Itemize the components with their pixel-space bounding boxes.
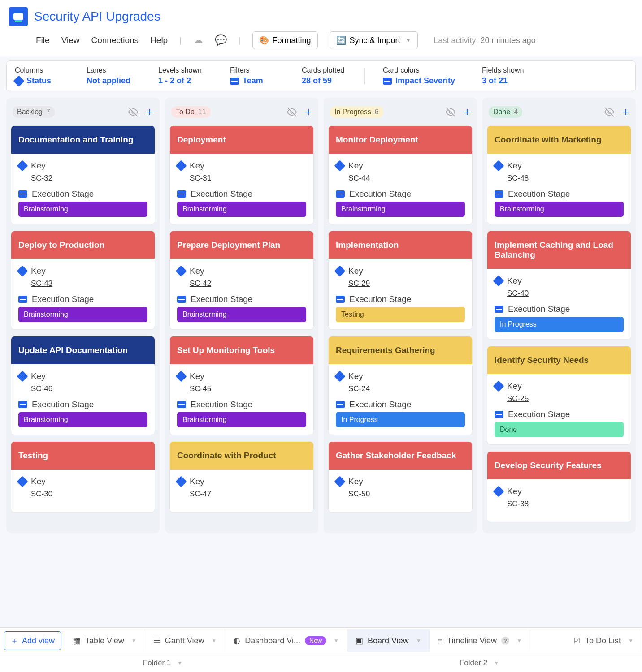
- stage-chip: In Progress: [495, 317, 624, 332]
- stage-chip: Brainstorming: [177, 202, 306, 217]
- add-card-button[interactable]: +: [622, 105, 629, 119]
- eye-off-icon[interactable]: [446, 107, 455, 117]
- card-key[interactable]: SC-40: [507, 289, 529, 298]
- card[interactable]: Monitor DeploymentKeySC-44Execution Stag…: [328, 125, 473, 224]
- card[interactable]: TestingKeySC-30: [11, 441, 155, 513]
- card-key[interactable]: SC-38: [507, 500, 529, 508]
- card-title: Testing: [11, 442, 155, 470]
- card[interactable]: DeploymentKeySC-31Execution StageBrainst…: [169, 125, 314, 224]
- diamond-icon: [17, 370, 28, 382]
- stage-label: Execution Stage: [191, 400, 252, 409]
- stage-chip: In Progress: [336, 412, 465, 427]
- chat-icon[interactable]: 💬: [215, 34, 227, 46]
- sync-icon: 🔄: [336, 35, 346, 45]
- card-title: Deployment: [170, 126, 313, 154]
- card[interactable]: ImplementationKeySC-29Execution StageTes…: [328, 231, 473, 330]
- column-pill[interactable]: Backlog7: [13, 106, 55, 118]
- menu-file[interactable]: File: [36, 35, 50, 45]
- color-icon: [383, 78, 392, 85]
- diamond-icon: [334, 370, 345, 382]
- key-label: Key: [31, 477, 46, 487]
- column-pill[interactable]: Done4: [489, 106, 522, 118]
- stage-icon: [336, 401, 345, 408]
- card[interactable]: Set Up Monitoring ToolsKeySC-45Execution…: [169, 336, 314, 435]
- card-key[interactable]: SC-30: [31, 490, 52, 499]
- column-pill[interactable]: In Progress6: [330, 106, 383, 118]
- add-card-button[interactable]: +: [305, 105, 312, 119]
- config-columns[interactable]: Columns Status: [15, 66, 60, 86]
- card-title: Requirements Gathering: [329, 336, 472, 364]
- sync-label: Sync & Import: [350, 36, 400, 45]
- config-label: Levels shown: [158, 66, 203, 74]
- config-value: 28 of 59: [302, 76, 347, 86]
- card[interactable]: Develop Security FeaturesKeySC-38: [487, 451, 631, 522]
- diamond-icon: [175, 160, 187, 171]
- card-key[interactable]: SC-46: [31, 384, 52, 393]
- card-key[interactable]: SC-44: [348, 174, 370, 183]
- menu-connections[interactable]: Connections: [91, 35, 139, 45]
- card-key[interactable]: SC-43: [31, 279, 52, 288]
- key-label: Key: [507, 276, 522, 286]
- stage-icon: [18, 401, 27, 408]
- column-pill[interactable]: To Do11: [171, 106, 211, 118]
- config-lanes[interactable]: Lanes Not applied: [87, 66, 131, 86]
- config-plotted[interactable]: Cards plotted 28 of 59: [302, 66, 347, 86]
- stage-label: Execution Stage: [32, 189, 94, 199]
- card-key[interactable]: SC-25: [507, 394, 529, 403]
- eye-off-icon[interactable]: [287, 107, 297, 117]
- stage-label: Execution Stage: [32, 294, 94, 304]
- key-label: Key: [31, 371, 46, 381]
- card[interactable]: Prepare Deployment PlanKeySC-42Execution…: [169, 231, 314, 330]
- card-key[interactable]: SC-31: [190, 174, 211, 183]
- cloud-icon[interactable]: ☁: [193, 34, 203, 46]
- card-key[interactable]: SC-32: [31, 174, 52, 183]
- card[interactable]: Coordinate with MarketingKeySC-48Executi…: [487, 125, 631, 224]
- card-title: Coordinate with Product: [170, 442, 313, 470]
- card-title: Implement Caching and Load Balancing: [487, 231, 631, 269]
- add-card-button[interactable]: +: [146, 105, 153, 119]
- card-key[interactable]: SC-42: [190, 279, 211, 288]
- card[interactable]: Documentation and TrainingKeySC-32Execut…: [11, 125, 155, 224]
- eye-off-icon[interactable]: [128, 107, 138, 117]
- eye-off-icon[interactable]: [604, 107, 614, 117]
- card[interactable]: Coordinate with ProductKeySC-47: [169, 441, 314, 513]
- config-levels[interactable]: Levels shown 1 - 2 of 2: [158, 66, 203, 86]
- stage-icon: [495, 306, 503, 313]
- card-key[interactable]: SC-29: [348, 279, 370, 288]
- config-fields[interactable]: Fields shown 3 of 21: [482, 66, 527, 86]
- card[interactable]: Identify Security NeedsKeySC-25Execution…: [487, 346, 631, 445]
- card-key[interactable]: SC-24: [348, 384, 370, 393]
- app-logo[interactable]: [9, 7, 28, 26]
- config-value: 3 of 21: [482, 76, 527, 86]
- menu-help[interactable]: Help: [150, 35, 168, 45]
- stage-label: Execution Stage: [349, 400, 411, 409]
- card[interactable]: Gather Stakeholder FeedbackKeySC-50: [328, 441, 473, 513]
- card-key[interactable]: SC-47: [190, 490, 211, 499]
- card[interactable]: Requirements GatheringKeySC-24Execution …: [328, 336, 473, 435]
- kanban-board: Backlog7+Documentation and TrainingKeySC…: [0, 91, 642, 539]
- config-bar: Columns Status Lanes Not applied Levels …: [6, 60, 636, 91]
- formatting-button[interactable]: 🎨 Formatting: [252, 31, 318, 49]
- card[interactable]: Update API DocumentationKeySC-46Executio…: [11, 336, 155, 435]
- key-label: Key: [348, 477, 363, 487]
- card[interactable]: Deploy to ProductionKeySC-43Execution St…: [11, 231, 155, 330]
- card-key[interactable]: SC-48: [507, 174, 529, 183]
- config-value: Status: [26, 76, 51, 86]
- card-key[interactable]: SC-45: [190, 384, 211, 393]
- key-label: Key: [348, 161, 363, 171]
- column-count: 6: [375, 108, 379, 116]
- add-card-button[interactable]: +: [464, 105, 471, 119]
- config-label: Columns: [15, 66, 60, 74]
- config-colors[interactable]: Card colors Impact Severity: [383, 66, 455, 86]
- stage-chip: Done: [495, 422, 624, 437]
- config-filters[interactable]: Filters Team: [230, 66, 275, 86]
- card-title: Set Up Monitoring Tools: [170, 336, 313, 364]
- stage-label: Execution Stage: [508, 304, 570, 314]
- card-key[interactable]: SC-50: [348, 490, 370, 499]
- stage-chip: Brainstorming: [336, 202, 465, 217]
- menu-view[interactable]: View: [61, 35, 80, 45]
- column-backlog: Backlog7+Documentation and TrainingKeySC…: [6, 98, 160, 533]
- column-done: Done4+Coordinate with MarketingKeySC-48E…: [482, 98, 636, 533]
- card[interactable]: Implement Caching and Load BalancingKeyS…: [487, 231, 631, 340]
- sync-import-button[interactable]: 🔄 Sync & Import ▼: [330, 31, 418, 49]
